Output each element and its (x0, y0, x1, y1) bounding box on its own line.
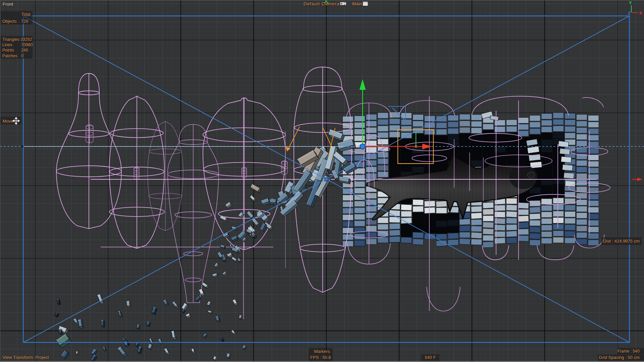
svg-text:Markers: Markers (314, 349, 330, 354)
svg-text:Points: Points (2, 48, 14, 53)
svg-text:Main: Main (352, 1, 362, 6)
svg-text:Total: Total (21, 12, 30, 17)
svg-text:Dist : 424.9975 cm: Dist : 424.9975 cm (603, 239, 640, 244)
svg-text:0: 0 (21, 54, 23, 58)
svg-text:70980: 70980 (21, 43, 33, 47)
svg-text:X: X (639, 10, 642, 15)
svg-text:Move: Move (3, 119, 13, 124)
svg-text:Patches: Patches (2, 54, 17, 58)
svg-text:FPS : 55.6: FPS : 55.6 (310, 355, 331, 360)
svg-text:Frame : 540: Frame : 540 (618, 349, 640, 354)
svg-text:Grid Spacing : 50 cm: Grid Spacing : 50 cm (599, 355, 640, 360)
svg-text:245: 245 (21, 48, 28, 53)
svg-text:Objects: Objects (2, 19, 16, 24)
svg-text:729: 729 (21, 19, 28, 24)
svg-text:Default Camera: Default Camera (304, 1, 339, 6)
svg-text:Y: Y (629, 0, 632, 5)
svg-text:Lines: Lines (2, 43, 12, 47)
svg-text:Z: Z (628, 11, 631, 16)
svg-text:33252: 33252 (20, 37, 32, 42)
svg-text:Front: Front (3, 2, 13, 7)
svg-text:Triangles: Triangles (2, 37, 19, 42)
svg-text:540 F: 540 F (425, 355, 436, 360)
svg-text:View Transform: Project: View Transform: Project (3, 355, 49, 360)
